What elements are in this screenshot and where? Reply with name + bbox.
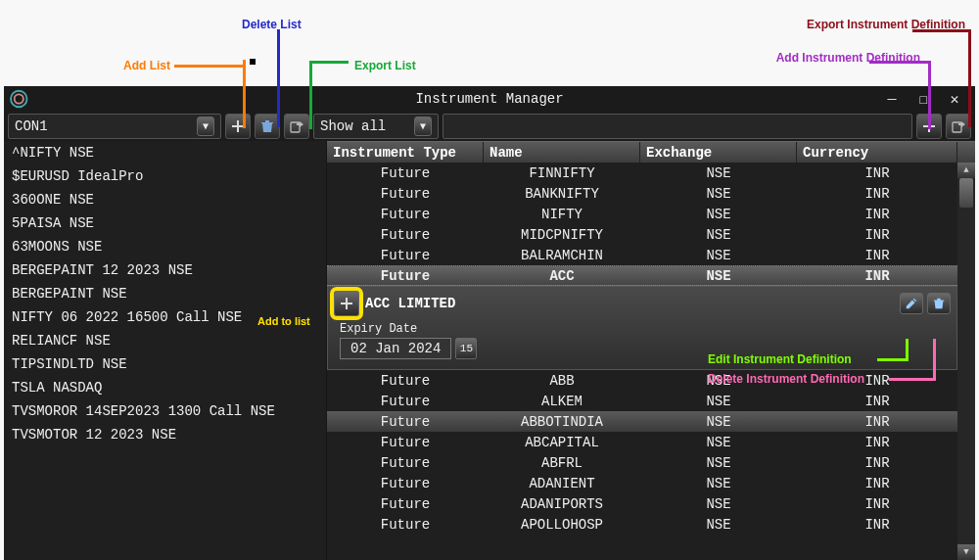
svg-point-1 [15,94,23,103]
vertical-scrollbar[interactable]: ▲ ▼ [957,163,975,560]
cell-exchange: NSE [640,207,797,222]
col-currency[interactable]: Currency [797,142,957,163]
scroll-up-icon[interactable]: ▲ [957,163,975,178]
list-item[interactable]: RELIANCF NSE [4,329,326,352]
cell-exchange: NSE [640,373,797,389]
list-item[interactable]: TVSMOROR 14SEP2023 1300 Call NSE [4,399,326,423]
list-item[interactable]: BERGEPAINT 12 2023 NSE [4,258,326,282]
toolbar: CON1 ▼ Show all ▼ [4,112,975,141]
table-row[interactable]: FutureABCAPITALNSEINR [327,432,957,452]
cell-currency: INR [797,414,957,430]
cell-currency: INR [797,435,957,450]
col-exchange[interactable]: Exchange [640,142,797,163]
cell-name: BANKNIFTY [484,186,640,202]
app-window: Instrument Manager — ☐ ✕ CON1 ▼ Show all… [4,86,975,560]
svg-point-0 [11,91,27,108]
cell-exchange: NSE [640,455,797,471]
cell-exchange: NSE [640,186,797,202]
cell-name: ABCAPITAL [484,435,640,450]
plus-icon [921,118,937,134]
edit-instrument-button[interactable] [900,293,923,314]
cell-exchange: NSE [640,165,797,181]
list-item[interactable]: ^NIFTY NSE [4,141,326,164]
table-row[interactable]: FutureNIFTYNSEINR [327,204,957,224]
col-name[interactable]: Name [484,142,640,163]
list-selected: CON1 [15,118,193,134]
cell-type: Future [327,373,484,389]
scroll-down-icon[interactable]: ▼ [957,544,975,560]
list-item[interactable]: TVSMOTOR 12 2023 NSE [4,423,326,446]
add-instrument-button[interactable] [916,114,942,139]
calendar-button[interactable]: 15 [455,338,477,359]
list-item[interactable]: NIFTY 06 2022 16500 Call NSE [4,305,326,329]
close-window-button[interactable]: ✕ [944,90,965,108]
cell-name: ABBOTINDIA [484,414,640,430]
table-row[interactable]: FutureAPOLLOHOSPNSEINR [327,514,957,535]
cell-exchange: NSE [640,268,797,284]
cell-type: Future [327,165,484,181]
export-list-button[interactable] [284,114,309,139]
add-to-list-button[interactable] [334,291,359,316]
col-instrument-type[interactable]: Instrument Type [327,142,484,163]
table-row[interactable]: FutureADANIPORTSNSEINR [327,493,957,514]
table-row[interactable]: FutureBANKNIFTYNSEINR [327,183,957,204]
table-row[interactable]: FutureMIDCPNIFTYNSEINR [327,224,957,245]
instrument-list[interactable]: ^NIFTY NSE$EURUSD IdealPro360ONE NSE5PAI… [4,141,327,560]
cell-type: Future [327,227,484,243]
app-logo [8,88,35,110]
cell-type: Future [327,476,484,491]
definitions-pane: Instrument Type Name Exchange Currency F… [327,141,975,560]
list-item[interactable]: TSLA NASDAQ [4,376,326,399]
cell-type: Future [327,435,484,450]
table-row[interactable]: FutureABBNSEINR [327,370,957,391]
filter-dropdown[interactable]: Show all ▼ [313,114,439,139]
cell-type: Future [327,186,484,202]
table-row[interactable]: FutureADANIENTNSEINR [327,473,957,493]
anno-add-instr: Add Instrument Definition [776,51,920,65]
list-item[interactable]: $EURUSD IdealPro [4,164,326,188]
window-title: Instrument Manager [4,91,975,107]
list-item[interactable]: TIPSINDLTD NSE [4,352,326,376]
list-dropdown[interactable]: CON1 ▼ [8,114,221,139]
cell-currency: INR [797,248,957,263]
list-item[interactable]: BERGEPAINT NSE [4,282,326,305]
calendar-icon: 15 [460,343,473,354]
cell-name: NIFTY [484,207,640,222]
maximize-button[interactable]: ☐ [912,90,934,108]
table-row[interactable]: FutureBALRAMCHINNSEINR [327,245,957,265]
list-item[interactable]: 5PAISA NSE [4,211,326,235]
scroll-thumb[interactable] [959,178,973,208]
cell-exchange: NSE [640,476,797,491]
list-item[interactable]: 63MOONS NSE [4,235,326,258]
cell-currency: INR [797,476,957,491]
cell-name: ACC [484,268,640,284]
table-row[interactable]: FutureACCNSEINR [327,265,957,286]
plus-icon [230,118,246,134]
filter-selected: Show all [320,118,410,134]
anno-export-instr: Export Instrument Definition [807,18,965,31]
expiry-date-field[interactable]: 02 Jan 2024 [340,338,451,359]
cell-type: Future [327,268,484,284]
export-instrument-button[interactable] [946,114,971,139]
search-input[interactable] [443,114,912,139]
cell-currency: INR [797,268,957,284]
cell-type: Future [327,496,484,512]
cell-type: Future [327,414,484,430]
table-row[interactable]: FutureABFRLNSEINR [327,452,957,473]
detail-title: ACC LIMITED [365,296,455,311]
cell-name: BALRAMCHIN [484,248,640,263]
annotation-layer: Export Instrument Definition Add Instrum… [0,0,979,86]
cell-currency: INR [797,455,957,471]
table-row[interactable]: FutureALKEMNSEINR [327,391,957,411]
main-pane: ^NIFTY NSE$EURUSD IdealPro360ONE NSE5PAI… [4,141,975,560]
cell-currency: INR [797,496,957,512]
table-row[interactable]: FutureFINNIFTYNSEINR [327,163,957,183]
delete-list-button[interactable] [255,114,280,139]
export-icon [289,118,304,134]
minimize-button[interactable]: — [881,90,903,108]
cell-exchange: NSE [640,435,797,450]
delete-instrument-button[interactable] [927,293,951,314]
list-item[interactable]: 360ONE NSE [4,188,326,211]
table-row[interactable]: FutureABBOTINDIANSEINR [327,411,957,432]
add-list-button[interactable] [225,114,251,139]
